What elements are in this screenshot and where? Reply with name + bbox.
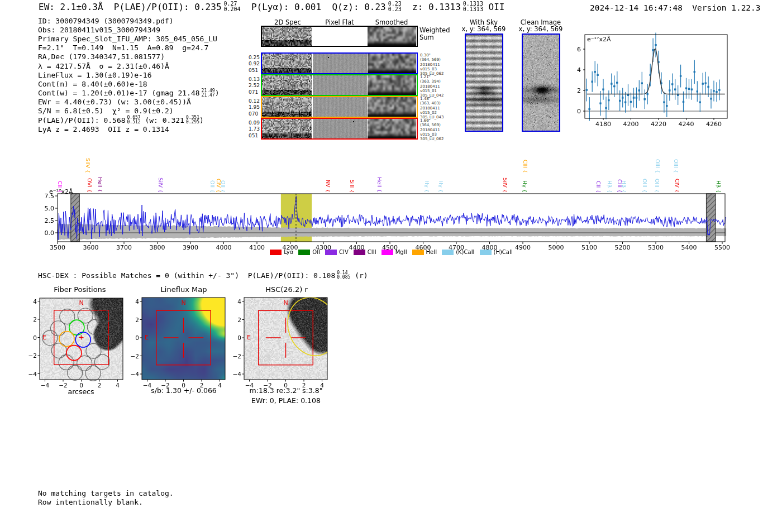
summary-plae-range: 0.270.204 — [224, 1, 241, 12]
emission-line-label: CIV { — [674, 179, 680, 193]
inset-y-tick: 4 — [577, 66, 581, 74]
inset-x-tick: 4260 — [706, 121, 722, 128]
info-plae-poii: P(LAE)/P(OII): 0.5680.6570.512 (w: 0.321… — [38, 116, 220, 124]
legend-label: MgII — [395, 249, 407, 255]
legend-swatch — [354, 250, 365, 255]
footer-line-1: No matching targets in catalog. — [38, 489, 174, 498]
panel-x-tick: −4 — [41, 382, 49, 389]
info-obs: Obs: 20180411v015_3000794349 — [38, 25, 220, 34]
inset-y-tick: 6 — [577, 46, 581, 53]
header-pixel-flat: Pixel Flat — [325, 18, 354, 26]
info-ewr: EWr = 4.40(±0.73) (w: 3.00(±0.45))Å — [38, 98, 220, 107]
summary-plae: P(LAE)/P(OII): 0.235 — [114, 2, 222, 12]
panel-y-tick: 2 — [237, 317, 241, 323]
summary-qz-range: 0.230.23 — [388, 1, 402, 12]
with-sky-xy: x, y: 364, 569 — [462, 25, 506, 33]
info-radec: RA,Dec (179.340347,51.081577) — [38, 52, 220, 61]
emission-line-label: Hγ { — [438, 180, 444, 193]
summary-qz: Q(z): 0.23 — [332, 2, 385, 12]
legend-label: (H)CaII — [494, 249, 513, 255]
panel-x-tick: 0 — [284, 382, 288, 389]
panel-x-tick: 0 — [182, 382, 185, 389]
panel-x-tick: 2 — [98, 382, 102, 389]
emission-line-label: OIII { — [642, 179, 648, 193]
panel-y-tick: 4 — [33, 298, 37, 305]
elixer-report-page: 0.250.920510.30"(364, 569)20180411v015_0… — [0, 0, 782, 532]
panel-y-tick: 4 — [135, 298, 139, 305]
legend-swatch — [382, 250, 393, 255]
inset-x-tick: 4240 — [679, 121, 694, 128]
panel-y-tick: 0 — [33, 334, 37, 341]
panel-x-tick: 2 — [302, 382, 306, 389]
inset-y-tick: 2 — [577, 87, 581, 94]
emission-line-label: Hβ { — [716, 180, 722, 193]
emission-line-label: NV { — [325, 180, 331, 193]
panel-y-tick: 4 — [237, 298, 241, 305]
legend-label: OII — [312, 249, 320, 255]
info-seeing: F=2.1" T=0.149 N=1.15 A=0.89 g=24.7 — [38, 44, 220, 52]
legend-swatch — [325, 250, 337, 255]
panel-x-tick: 4 — [218, 382, 222, 389]
clean-image-xy: x, y: 364, 569 — [519, 25, 563, 33]
arcsecs-label: arcsecs — [68, 387, 94, 396]
info-id: ID: 3000794349 (3000794349.pdf) — [38, 16, 220, 25]
compass-east: E — [42, 334, 46, 341]
panel-y-tick: −2 — [131, 353, 139, 360]
summary-z-range: 0.13130.1313 — [463, 1, 483, 12]
emission-line-label: OII { — [220, 180, 226, 193]
inset-x-tick: 4200 — [623, 121, 639, 128]
summary-plya: P(Lyα): 0.001 — [251, 2, 321, 12]
inset-x-tick: 4180 — [595, 121, 611, 128]
info-block: ID: 3000794349 (3000794349.pdf) Obs: 201… — [38, 16, 220, 133]
panel-x-tick: 4 — [116, 382, 120, 389]
panel-x-tick: 2 — [200, 382, 204, 389]
info-lineflux: LineFlux = 1.30(±0.19)e-16 — [38, 70, 220, 79]
emission-line-label: Hβ { — [607, 180, 613, 193]
emission-line-label: CIII { — [522, 160, 528, 173]
legend-swatch — [270, 250, 282, 255]
panel-y-tick: −4 — [28, 371, 37, 377]
compass-north: N — [182, 299, 186, 306]
panel-y-tick: −4 — [131, 371, 139, 377]
emission-line-label: HeII { — [97, 177, 103, 193]
emission-line-label: SiIV { — [502, 178, 508, 193]
panel-x-tick: −2 — [263, 382, 271, 389]
emission-line-label: OIII { — [673, 159, 679, 173]
legend-label: Lyα — [284, 249, 293, 255]
summary-classification: OII — [489, 2, 505, 12]
panel-x-tick: 0 — [79, 382, 83, 389]
hsc-caption-2: EWr: 0, PLAE: 0.108 — [251, 396, 321, 405]
compass-north: N — [284, 299, 288, 306]
legend-label: HeII — [426, 249, 437, 255]
emission-line-label: HeII { — [376, 177, 383, 193]
spectrum-legend: LyαOIICIVCIIIMgIIHeII(K)CaII(H)CaII — [58, 249, 725, 255]
spectrum-y-tick: 5.0 — [45, 205, 55, 212]
hsc-dex-line: HSC-DEX : Possible Matches = 0 (within +… — [38, 270, 368, 280]
summary-line: EW: 2.1±0.3Å P(LAE)/P(OII): 0.235 0.270.… — [39, 2, 504, 12]
compass-east: E — [247, 334, 251, 341]
legend-label: CIII — [368, 249, 376, 255]
emission-line-label: OIII { — [654, 179, 660, 193]
header-2d-spec: 2D Spec — [274, 18, 301, 26]
legend-swatch — [412, 250, 424, 255]
emission-line-label: OVI { — [87, 178, 93, 193]
panel-y-tick: −2 — [28, 352, 37, 359]
emission-line-label: SiIV { — [85, 158, 91, 173]
legend-swatch — [298, 250, 310, 255]
panel-y-tick: 2 — [135, 317, 139, 323]
emission-line-label: Hγ { — [424, 180, 430, 193]
info-cont-w: Cont(w) = 1.20(±0.01)e-17 (gmag 21.4821.… — [38, 89, 220, 98]
info-sn-chi2: S/N = 6.8(±0.5) χ² = 0.9(±0.2) — [38, 107, 220, 116]
summary-ew: EW: 2.1±0.3Å — [39, 2, 103, 12]
panel-y-tick: −2 — [233, 353, 241, 360]
header-smoothed: Smoothed — [375, 18, 408, 26]
fiber-positions-title: Fiber Positions — [54, 285, 106, 294]
info-cont-n: Cont(n) = 8.40(±0.60)e-18 — [38, 79, 220, 88]
summary-z: z: 0.1313 — [412, 2, 461, 12]
footer-note: No matching targets in catalog. Row inte… — [38, 489, 174, 506]
emission-line-label: CII { — [595, 181, 602, 193]
info-lambda-sigma: λ = 4217.57Å σ = 2.31(±0.46)Å — [38, 61, 220, 70]
footer-line-2: Row intentionally blank. — [38, 498, 174, 507]
inset-y-tick: 0 — [577, 108, 581, 115]
spectrum-y-tick: 7.5 — [45, 193, 55, 200]
